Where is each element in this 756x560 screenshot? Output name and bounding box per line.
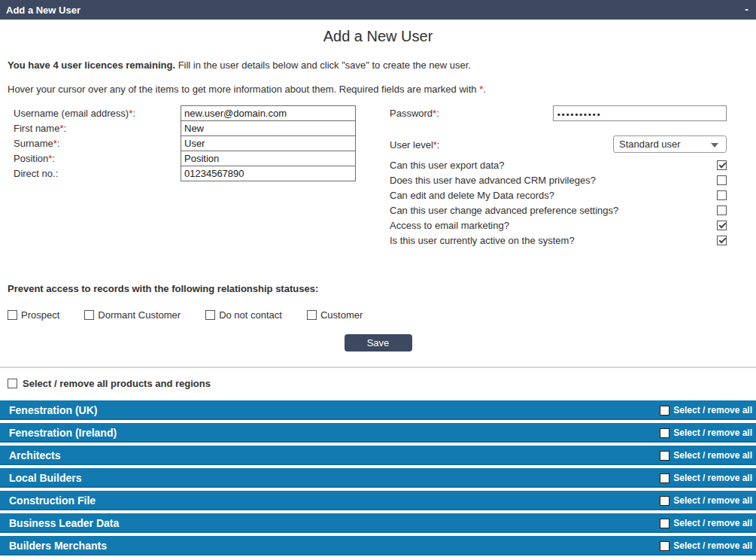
product-bar-controls: Select / remove all: [660, 540, 756, 551]
hover-hint-text: Hover your cursor over any of the items …: [8, 84, 756, 95]
prevent-access-title: Prevent access to records with the follo…: [8, 283, 756, 294]
export-data-label: Can this user export data?: [390, 160, 504, 171]
status-item-dormant-customer: Dormant Customer: [84, 309, 181, 321]
product-bar-label: Architects: [0, 449, 60, 461]
product-sections: Fenestration (UK) Select / remove all Fe…: [0, 400, 756, 555]
form-row-direct-no: Direct no.*:: [14, 166, 356, 181]
advanced-preferences-label: Can this user change advanced preference…: [390, 205, 618, 216]
export-data-checkbox[interactable]: [717, 160, 727, 170]
select-remove-all-checkbox[interactable]: [660, 541, 669, 551]
minimize-button[interactable]: -: [745, 0, 748, 18]
select-all-products-row: Select / remove all products and regions: [8, 378, 756, 389]
product-bar-label: Fenestration (UK): [0, 404, 97, 416]
customer-label: Customer: [320, 309, 363, 321]
direct-no-label: Direct no.*:: [14, 168, 181, 179]
form-row-first-name: First name*:: [14, 120, 356, 136]
user-level-label: User level*:: [390, 137, 439, 153]
section-divider: [0, 367, 756, 368]
licences-text: You have 4 user licences remaining. Fill…: [8, 59, 756, 71]
chevron-down-icon: [711, 143, 718, 148]
page-title: Add a New User: [0, 26, 756, 46]
product-bar-label: Fenestration (Ireland): [0, 427, 117, 439]
active-user-checkbox[interactable]: [717, 236, 727, 245]
username-field[interactable]: [181, 105, 356, 121]
form-row-position: Position*:: [14, 151, 356, 166]
direct-no-field[interactable]: [181, 166, 356, 181]
select-all-products-label: Select / remove all products and regions: [23, 378, 211, 389]
form-right-column: Password*: User level*: Standard user Ca…: [390, 105, 727, 121]
dormant-customer-label: Dormant Customer: [98, 309, 181, 321]
select-remove-all-label: Select / remove all: [673, 473, 752, 483]
option-row: Access to email marketing?: [390, 218, 727, 233]
licences-count-text: You have 4 user licences remaining.: [8, 59, 175, 71]
do-not-contact-checkbox[interactable]: [205, 310, 215, 320]
edit-mydata-checkbox[interactable]: [717, 190, 727, 200]
option-row: Can this user export data?: [390, 157, 727, 172]
dormant-customer-checkbox[interactable]: [84, 310, 94, 320]
form-row-surname: Surname*:: [14, 135, 356, 151]
select-remove-all-checkbox[interactable]: [660, 519, 669, 528]
select-all-products-checkbox[interactable]: [8, 379, 17, 388]
surname-field[interactable]: [181, 135, 356, 151]
product-bar-controls: Select / remove all: [660, 495, 756, 506]
username-label: Username (email address)*:: [14, 108, 181, 119]
select-remove-all-label: Select / remove all: [673, 405, 752, 415]
product-bar-label: Construction File: [0, 495, 96, 507]
customer-checkbox[interactable]: [307, 310, 317, 320]
product-bar-construction-file: Construction File Select / remove all: [0, 491, 756, 510]
form-left-column: Username (email address)*: First name*: …: [14, 105, 356, 181]
product-bar-fenestration-ireland: Fenestration (Ireland) Select / remove a…: [0, 423, 756, 443]
status-item-prospect: Prospect: [8, 309, 59, 321]
password-label: Password*:: [390, 108, 439, 119]
crm-privileges-label: Does this user have advanced CRM privile…: [390, 175, 596, 186]
advanced-preferences-checkbox[interactable]: [717, 205, 727, 215]
prospect-checkbox[interactable]: [8, 310, 17, 320]
product-bar-label: Local Builders: [0, 472, 81, 484]
option-row: Can edit and delete My Data records?: [390, 187, 727, 202]
status-item-do-not-contact: Do not contact: [205, 309, 282, 321]
product-bar-controls: Select / remove all: [660, 405, 756, 415]
active-user-label: Is this user currently active on the sys…: [390, 235, 575, 246]
product-bar-controls: Select / remove all: [660, 518, 756, 528]
select-remove-all-checkbox[interactable]: [660, 406, 669, 415]
select-remove-all-label: Select / remove all: [673, 450, 752, 461]
option-row: Can this user change advanced preference…: [390, 202, 727, 218]
product-bar-controls: Select / remove all: [660, 428, 756, 438]
edit-mydata-label: Can edit and delete My Data records?: [390, 190, 554, 201]
product-bar-architects: Architects Select / remove all: [0, 446, 756, 465]
product-bar-local-builders: Local Builders Select / remove all: [0, 468, 756, 488]
product-bar-controls: Select / remove all: [660, 450, 756, 461]
do-not-contact-label: Do not contact: [219, 309, 282, 321]
email-marketing-checkbox[interactable]: [717, 221, 727, 230]
option-row: Is this user currently active on the sys…: [390, 233, 727, 248]
select-remove-all-label: Select / remove all: [673, 428, 752, 438]
product-bar-fenestration-uk: Fenestration (UK) Select / remove all: [0, 400, 756, 420]
email-marketing-label: Access to email marketing?: [390, 220, 509, 231]
first-name-field[interactable]: [181, 120, 356, 136]
surname-label: Surname*:: [14, 138, 181, 149]
prospect-label: Prospect: [21, 309, 59, 321]
product-bar-builders-merchants: Builders Merchants Select / remove all: [0, 536, 756, 555]
position-field[interactable]: [181, 151, 356, 166]
select-remove-all-checkbox[interactable]: [660, 451, 669, 461]
crm-privileges-checkbox[interactable]: [717, 175, 727, 185]
product-bar-label: Builders Merchants: [0, 540, 107, 552]
window-titlebar: Add a New User -: [0, 0, 756, 20]
product-bar-business-leader-data: Business Leader Data Select / remove all: [0, 513, 756, 533]
first-name-label: First name*:: [14, 123, 181, 134]
product-bar-controls: Select / remove all: [660, 473, 756, 483]
select-remove-all-checkbox[interactable]: [660, 496, 669, 506]
select-remove-all-label: Select / remove all: [673, 540, 752, 551]
user-options-list: Can this user export data? Does this use…: [390, 157, 727, 248]
relationship-status-options: Prospect Dormant Customer Do not contact…: [8, 309, 756, 321]
select-remove-all-label: Select / remove all: [673, 495, 752, 506]
option-row: Does this user have advanced CRM privile…: [390, 172, 727, 187]
status-item-customer: Customer: [307, 309, 363, 321]
save-button[interactable]: Save: [345, 334, 412, 352]
select-remove-all-checkbox[interactable]: [660, 473, 669, 483]
select-remove-all-checkbox[interactable]: [660, 428, 669, 438]
select-remove-all-label: Select / remove all: [673, 518, 752, 528]
user-level-select[interactable]: Standard user: [613, 135, 727, 153]
password-field[interactable]: [553, 105, 727, 121]
product-bar-label: Business Leader Data: [0, 517, 119, 529]
